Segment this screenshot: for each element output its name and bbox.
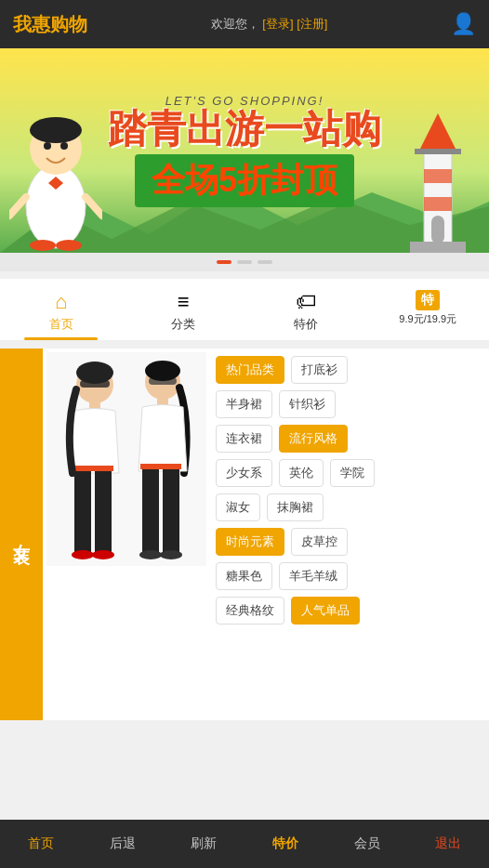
svg-point-4: [30, 117, 82, 143]
register-link[interactable]: [注册]: [297, 17, 327, 31]
svg-rect-33: [142, 467, 159, 552]
tab-price[interactable]: 特 9.9元/19.9元: [367, 279, 490, 340]
special-badge: 特: [416, 290, 440, 310]
welcome-text: 欢迎您， [登录] [注册]: [211, 16, 328, 33]
banner-main-text: 踏青出游一站购: [108, 108, 381, 151]
tag-4-1[interactable]: 抹胸裙: [267, 493, 324, 521]
svg-rect-16: [415, 149, 461, 154]
svg-marker-15: [419, 113, 456, 151]
banner-content: LET'S GO SHOPPING! 踏青出游一站购 全场5折封顶: [108, 94, 381, 207]
tab-home[interactable]: ⌂ 首页: [0, 279, 123, 340]
product-image[interactable]: [46, 352, 206, 566]
svg-point-37: [160, 550, 182, 559]
svg-point-28: [92, 550, 114, 559]
tag-1-0[interactable]: 半身裙: [216, 390, 272, 418]
svg-rect-35: [140, 464, 181, 469]
svg-point-36: [139, 550, 162, 559]
tag-5-0[interactable]: 时尚元素: [216, 528, 284, 556]
tag-7-0[interactable]: 经典格纹: [216, 597, 284, 625]
tab-price-label: 9.9元/19.9元: [399, 312, 456, 326]
tag-2-1[interactable]: 流行风格: [279, 425, 348, 453]
tab-special[interactable]: 🏷 特价: [244, 279, 367, 340]
svg-rect-34: [163, 467, 179, 552]
tag-5-1[interactable]: 皮草控: [291, 528, 348, 556]
bottom-nav-refresh[interactable]: 刷新: [163, 820, 244, 868]
banner-sub-text: LET'S GO SHOPPING!: [108, 94, 381, 108]
tag-3-1[interactable]: 英伦: [279, 459, 324, 487]
tags-column: 热门品类打底衫半身裙针织衫连衣裙流行风格少女系英伦学院淑女抹胸裙时尚元素皮草控糖…: [210, 349, 489, 720]
svg-rect-26: [73, 466, 113, 471]
header: 我惠购物 欢迎您， [登录] [注册] 👤: [0, 0, 489, 48]
home-icon: ⌂: [55, 290, 67, 314]
tab-category-label: 分类: [171, 316, 195, 333]
bottom-nav-back[interactable]: 后退: [82, 820, 164, 868]
character-decoration: [9, 85, 102, 253]
tab-special-label: 特价: [294, 316, 318, 333]
banner: LET'S GO SHOPPING! 踏青出游一站购 全场5折封顶: [0, 48, 489, 253]
tab-home-label: 首页: [49, 316, 73, 333]
user-icon[interactable]: 👤: [451, 12, 476, 36]
bottom-nav: 首页 后退 刷新 特价 会员 退出: [0, 820, 489, 868]
tag-row-2: 连衣裙流行风格: [216, 425, 483, 453]
tag-3-0[interactable]: 少女系: [216, 459, 272, 487]
svg-point-9: [56, 240, 82, 251]
svg-rect-14: [424, 197, 452, 211]
svg-rect-17: [431, 216, 444, 243]
tag-row-4: 淑女抹胸裙: [216, 493, 483, 521]
special-icon: 🏷: [296, 290, 316, 314]
svg-point-5: [44, 142, 51, 150]
model-svg: [46, 352, 206, 566]
tag-row-6: 糖果色羊毛羊绒: [216, 562, 483, 590]
category-icon: ≡: [178, 290, 190, 314]
dot-1[interactable]: [217, 260, 231, 264]
tag-3-2[interactable]: 学院: [330, 459, 375, 487]
nav-tabs: ⌂ 首页 ≡ 分类 🏷 特价 特 9.9元/19.9元: [0, 279, 489, 341]
main-content: 女装: [0, 349, 489, 720]
banner-discount: 全场5折封顶: [135, 154, 354, 207]
tag-6-1[interactable]: 羊毛羊绒: [279, 562, 348, 590]
tag-row-1: 半身裙针织衫: [216, 390, 483, 418]
svg-rect-25: [95, 468, 112, 552]
bottom-nav-exit[interactable]: 退出: [407, 820, 489, 868]
lighthouse-decoration: [396, 104, 480, 253]
app-title: 我惠购物: [13, 12, 87, 37]
tag-row-7: 经典格纹人气单品: [216, 597, 483, 625]
tab-category[interactable]: ≡ 分类: [123, 279, 245, 340]
tag-2-0[interactable]: 连衣裙: [216, 425, 272, 453]
svg-point-22: [76, 362, 113, 384]
category-label[interactable]: 女装: [0, 349, 43, 720]
tag-0-1[interactable]: 打底衫: [291, 356, 348, 384]
tag-row-0: 热门品类打底衫: [216, 356, 483, 384]
svg-rect-18: [410, 242, 466, 253]
tag-1-1[interactable]: 针织衫: [279, 390, 336, 418]
tag-4-0[interactable]: 淑女: [216, 493, 260, 521]
svg-rect-24: [74, 468, 91, 552]
product-image-column: [43, 349, 210, 720]
bottom-nav-special[interactable]: 特价: [244, 820, 326, 868]
svg-point-8: [30, 240, 56, 251]
tag-row-3: 少女系英伦学院: [216, 459, 483, 487]
svg-line-11: [86, 197, 102, 216]
banner-dots: [0, 253, 489, 271]
svg-line-10: [9, 197, 26, 216]
svg-point-27: [72, 550, 94, 559]
tag-7-1[interactable]: 人气单品: [291, 597, 360, 625]
tag-0-0[interactable]: 热门品类: [216, 356, 284, 384]
svg-point-6: [60, 142, 68, 150]
tag-6-0[interactable]: 糖果色: [216, 562, 272, 590]
dot-2[interactable]: [237, 260, 252, 264]
svg-rect-13: [424, 169, 452, 183]
svg-point-31: [145, 361, 180, 381]
bottom-nav-home[interactable]: 首页: [0, 820, 82, 868]
bottom-nav-member[interactable]: 会员: [326, 820, 408, 868]
dot-3[interactable]: [258, 260, 272, 264]
login-link[interactable]: [登录]: [262, 17, 293, 31]
tag-row-5: 时尚元素皮草控: [216, 528, 483, 556]
